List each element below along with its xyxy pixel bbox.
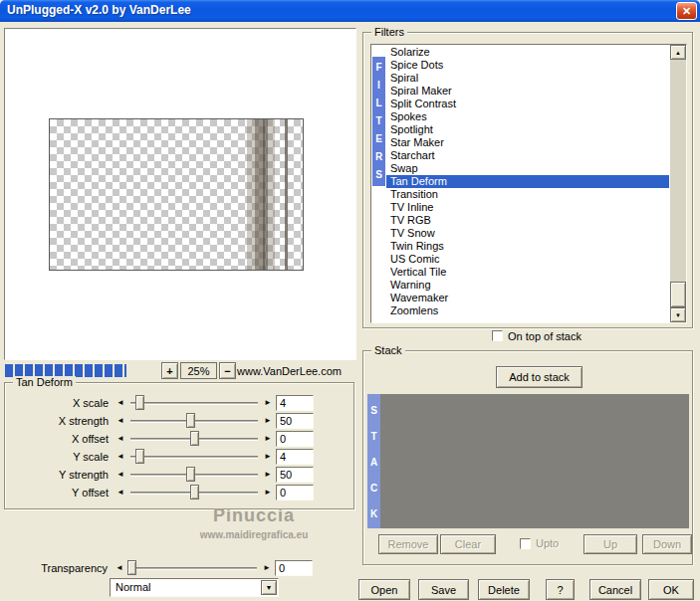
x-strength-slider[interactable]: [128, 412, 260, 430]
filter-list-item[interactable]: Warning: [386, 279, 669, 292]
filters-scrollbar[interactable]: ▲ ▼: [670, 45, 686, 322]
y-offset-slider[interactable]: [128, 484, 260, 501]
scrollbar-down-button[interactable]: ▼: [670, 307, 686, 322]
stack-group: Stack Add to stack STACK Remove Clear Up…: [362, 350, 693, 565]
transparency-increment-arrow-icon[interactable]: ►: [261, 562, 273, 574]
filter-list-item[interactable]: Spice Dots: [386, 59, 669, 72]
vanderlee-website-link[interactable]: www.VanDerLee.com: [237, 365, 342, 377]
arrow-up-icon: ▲: [675, 50, 681, 56]
stack-list[interactable]: STACK: [367, 394, 689, 528]
help-button[interactable]: ?: [546, 579, 575, 600]
watermark-name: Pinuccia: [139, 505, 368, 526]
scrollbar-up-button[interactable]: ▲: [670, 45, 686, 60]
transparency-slider-thumb[interactable]: [127, 560, 136, 575]
dialog-body: + 25% − www.VanDerLee.com Tan Deform X s…: [0, 22, 700, 601]
x-strength-decrement-arrow-icon[interactable]: ◄: [115, 415, 126, 427]
ok-button[interactable]: OK: [648, 579, 694, 600]
y-strength-slider[interactable]: [128, 466, 260, 484]
blend-mode-value: Normal: [116, 581, 150, 593]
filter-list-item[interactable]: Solarize: [386, 46, 669, 59]
y-strength-input[interactable]: [276, 467, 314, 483]
filter-list-item[interactable]: Spiral: [386, 72, 669, 85]
transparency-decrement-arrow-icon[interactable]: ◄: [114, 562, 125, 574]
x-offset-slider-thumb[interactable]: [190, 431, 199, 446]
down-button[interactable]: Down: [642, 534, 692, 554]
save-button[interactable]: Save: [418, 579, 469, 600]
filters-listbox: FILTERS SolarizeSpice DotsSpiralSpiral M…: [370, 44, 687, 323]
y-offset-increment-arrow-icon[interactable]: ►: [262, 487, 274, 499]
filter-list-item[interactable]: Spokes: [386, 110, 669, 123]
zoom-out-button[interactable]: −: [219, 362, 236, 379]
x-strength-slider-thumb[interactable]: [186, 413, 195, 428]
x-offset-decrement-arrow-icon[interactable]: ◄: [115, 433, 126, 445]
blend-mode-dropdown-button[interactable]: ▼: [261, 580, 277, 595]
filter-list-item[interactable]: Swap: [386, 162, 669, 175]
x-strength-label: X strength: [5, 415, 109, 427]
open-button[interactable]: Open: [358, 579, 410, 600]
x-strength-input[interactable]: [276, 413, 314, 429]
filter-list-item[interactable]: TV Inline: [386, 201, 669, 214]
transparency-slider[interactable]: [127, 559, 259, 577]
transparency-input[interactable]: [275, 560, 313, 576]
filter-list-item[interactable]: Transition: [386, 188, 669, 201]
filter-list-item[interactable]: Starchart: [386, 149, 669, 162]
upto-checkbox[interactable]: [520, 538, 531, 549]
filter-list-item[interactable]: TV RGB: [386, 214, 669, 227]
transparency-label: Transparency: [4, 562, 108, 574]
x-scale-slider[interactable]: [128, 394, 260, 412]
y-strength-decrement-arrow-icon[interactable]: ◄: [115, 469, 126, 481]
cancel-button[interactable]: Cancel: [589, 579, 641, 600]
y-scale-increment-arrow-icon[interactable]: ►: [262, 451, 274, 463]
filter-list-item[interactable]: Zoomlens: [386, 304, 669, 317]
x-offset-slider[interactable]: [128, 430, 260, 448]
arrow-down-icon: ▼: [675, 312, 681, 318]
filter-list-item[interactable]: Wavemaker: [386, 292, 669, 304]
filter-list-item[interactable]: TV Snow: [386, 227, 669, 240]
x-scale-increment-arrow-icon[interactable]: ►: [262, 397, 274, 409]
x-scale-input[interactable]: [276, 395, 314, 411]
clear-button[interactable]: Clear: [440, 534, 496, 554]
y-scale-decrement-arrow-icon[interactable]: ◄: [115, 451, 126, 463]
filter-list-item[interactable]: Vertical Tile: [386, 266, 669, 279]
filter-list-item[interactable]: Split Contrast: [386, 98, 669, 110]
filter-list-item[interactable]: Twin Rings: [386, 240, 669, 253]
x-scale-decrement-arrow-icon[interactable]: ◄: [115, 397, 126, 409]
filter-list-item[interactable]: Spotlight: [386, 123, 669, 136]
filter-list-item[interactable]: Tan Deform: [386, 175, 669, 188]
remove-button[interactable]: Remove: [378, 534, 438, 554]
filters-vertical-label: FILTERS: [372, 57, 385, 186]
preview-panel[interactable]: [4, 28, 356, 360]
title-bar[interactable]: UnPlugged-X v2.0 by VanDerLee ✕: [0, 0, 700, 22]
x-offset-increment-arrow-icon[interactable]: ►: [262, 433, 274, 445]
transparency-slider-row: Transparency◄►: [4, 559, 354, 577]
transparency-row: Transparency◄►: [4, 559, 354, 577]
stack-group-title: Stack: [371, 344, 405, 356]
up-button[interactable]: Up: [583, 534, 637, 554]
filter-list-item[interactable]: US Comic: [386, 253, 669, 266]
x-scale-slider-thumb[interactable]: [135, 395, 144, 410]
filter-list-item[interactable]: Star Maker: [386, 136, 669, 149]
y-scale-slider-thumb[interactable]: [135, 449, 144, 464]
delete-button[interactable]: Delete: [478, 579, 530, 600]
on-top-checkbox[interactable]: [492, 330, 503, 341]
close-button[interactable]: ✕: [676, 2, 697, 20]
scrollbar-thumb[interactable]: [670, 282, 686, 307]
blend-mode-select[interactable]: Normal ▼: [110, 578, 279, 597]
y-offset-input[interactable]: [276, 485, 314, 501]
zoom-level-value[interactable]: 25%: [180, 362, 217, 379]
add-to-stack-button[interactable]: Add to stack: [496, 366, 583, 388]
y-strength-increment-arrow-icon[interactable]: ►: [262, 469, 274, 481]
y-strength-slider-thumb[interactable]: [186, 467, 195, 482]
y-offset-slider-thumb[interactable]: [190, 485, 199, 500]
x-offset-input[interactable]: [276, 431, 314, 447]
filter-list-item[interactable]: Spiral Maker: [386, 85, 669, 98]
x-strength-increment-arrow-icon[interactable]: ►: [262, 415, 274, 427]
y-scale-slider[interactable]: [128, 448, 260, 466]
vertical-label-letter: S: [372, 166, 385, 184]
x-scale-label: X scale: [5, 397, 109, 409]
zoom-in-button[interactable]: +: [161, 362, 178, 379]
y-scale-input[interactable]: [276, 449, 314, 465]
filters-group-title: Filters: [371, 26, 407, 38]
y-offset-row: Y offset◄►: [5, 484, 353, 501]
y-offset-decrement-arrow-icon[interactable]: ◄: [115, 487, 126, 499]
